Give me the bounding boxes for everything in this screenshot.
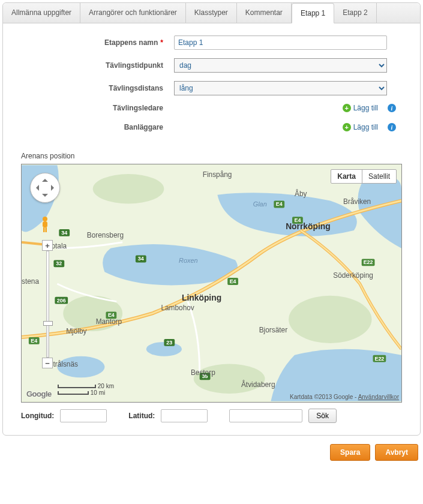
- save-button[interactable]: Spara: [330, 444, 370, 461]
- cancel-button[interactable]: Avbryt: [375, 444, 418, 461]
- svg-text:Lambohov: Lambohov: [161, 304, 194, 312]
- svg-text:Mjölby: Mjölby: [66, 327, 86, 335]
- map-type-control: Karta Satellit: [331, 169, 397, 184]
- stage-name-input[interactable]: [174, 35, 387, 50]
- footer-buttons: Spara Avbryt: [0, 444, 418, 461]
- svg-text:E22: E22: [374, 356, 384, 362]
- svg-text:Bjorsäter: Bjorsäter: [259, 326, 288, 334]
- zoom-slider-handle[interactable]: [43, 321, 53, 326]
- tab-comment[interactable]: Kommentar: [237, 3, 292, 23]
- zoom-out-button[interactable]: −: [42, 358, 53, 368]
- competition-time-label: Tävlingstidpunkt: [21, 61, 174, 70]
- map-type-satellite-button[interactable]: Satellit: [362, 170, 396, 183]
- svg-text:Åtvidaberg: Åtvidaberg: [241, 380, 275, 389]
- map-search-input[interactable]: [229, 409, 302, 422]
- course-planner-label: Banläggare: [21, 123, 174, 131]
- zoom-slider-track[interactable]: [46, 251, 49, 358]
- competition-distance-select[interactable]: lång: [174, 81, 387, 95]
- svg-text:Roxen: Roxen: [179, 257, 197, 264]
- longitude-label: Longitud:: [21, 412, 54, 420]
- svg-rect-54: [46, 227, 47, 232]
- svg-rect-52: [43, 221, 47, 227]
- svg-text:Finspång: Finspång: [203, 170, 232, 179]
- tab-bar: Allmänna uppgifter Arrangörer och funkti…: [3, 3, 420, 23]
- terms-link[interactable]: Användarvillkor: [358, 394, 399, 400]
- latitude-input[interactable]: [161, 409, 208, 422]
- coordinate-row: Longitud: Latitud: Sök: [21, 409, 402, 423]
- competition-distance-label: Tävlingsdistans: [21, 84, 174, 92]
- search-button[interactable]: Sök: [308, 409, 337, 423]
- form-area: Etappens namn* Tävlingstidpunkt dag Tävl…: [3, 23, 420, 148]
- zoom-in-button[interactable]: +: [42, 240, 53, 251]
- svg-point-5: [289, 296, 371, 343]
- tab-general[interactable]: Allmänna uppgifter: [3, 3, 80, 23]
- pan-right-button[interactable]: [51, 185, 57, 191]
- add-planner-link[interactable]: + Lägg till: [343, 123, 378, 131]
- svg-text:E22: E22: [364, 259, 373, 265]
- arena-position-label: Arenans position: [21, 152, 420, 160]
- svg-text:Borensberg: Borensberg: [87, 231, 124, 239]
- competition-leader-label: Tävlingsledare: [21, 104, 174, 112]
- svg-text:E4: E4: [31, 338, 37, 344]
- pan-left-button[interactable]: [33, 185, 39, 191]
- svg-text:Glan: Glan: [253, 200, 267, 208]
- svg-text:Mantorp: Mantorp: [96, 317, 122, 326]
- svg-text:E4: E4: [276, 201, 283, 207]
- tab-stage-1[interactable]: Etapp 1: [292, 3, 334, 23]
- competition-time-select[interactable]: dag: [174, 58, 387, 73]
- plus-icon: +: [343, 123, 351, 131]
- tab-stage-2[interactable]: Etapp 2: [334, 3, 376, 23]
- pan-control: [30, 173, 60, 203]
- svg-rect-53: [43, 227, 45, 232]
- svg-text:206: 206: [57, 298, 66, 304]
- svg-text:Bestorp: Bestorp: [191, 368, 215, 377]
- main-panel: Allmänna uppgifter Arrangörer och funkti…: [2, 2, 421, 436]
- pan-up-button[interactable]: [42, 176, 48, 182]
- svg-text:34: 34: [61, 230, 67, 236]
- svg-text:32: 32: [56, 260, 62, 266]
- add-leader-link[interactable]: + Lägg till: [343, 104, 378, 112]
- map-scale: 20 km 10 mi: [58, 383, 114, 396]
- svg-text:Bråviken: Bråviken: [343, 197, 371, 206]
- google-logo: Google: [26, 389, 52, 398]
- map-container[interactable]: 34 34 32 206 E4 E4 E4 E4 E4 E22 E22 23 3…: [21, 164, 402, 403]
- svg-text:E4: E4: [230, 278, 236, 284]
- plus-icon: +: [343, 104, 351, 112]
- info-icon[interactable]: i: [388, 123, 396, 131]
- pan-down-button[interactable]: [42, 194, 48, 200]
- stage-name-label: Etappens namn*: [21, 38, 174, 47]
- map-canvas[interactable]: 34 34 32 206 E4 E4 E4 E4 E4 E22 E22 23 3…: [22, 164, 401, 402]
- svg-text:Åby: Åby: [295, 189, 307, 198]
- svg-text:Norrköping: Norrköping: [286, 221, 331, 231]
- tab-organisers[interactable]: Arrangörer och funktionärer: [80, 3, 186, 23]
- map-type-map-button[interactable]: Karta: [331, 170, 362, 183]
- svg-point-3: [93, 174, 164, 203]
- info-icon[interactable]: i: [388, 104, 396, 112]
- map-attribution: Kartdata ©2013 Google - Användarvillkor: [290, 394, 399, 400]
- longitude-input[interactable]: [60, 409, 107, 422]
- svg-point-51: [43, 217, 47, 221]
- zoom-control: + −: [42, 240, 53, 368]
- svg-text:23: 23: [166, 340, 172, 346]
- svg-text:Söderköping: Söderköping: [333, 271, 373, 280]
- svg-text:34: 34: [138, 256, 144, 262]
- svg-text:Linköping: Linköping: [182, 293, 221, 302]
- latitude-label: Latitud:: [128, 412, 155, 420]
- streetview-pegman[interactable]: [40, 216, 50, 233]
- svg-text:stena: stena: [22, 277, 39, 286]
- tab-classtypes[interactable]: Klasstyper: [186, 3, 237, 23]
